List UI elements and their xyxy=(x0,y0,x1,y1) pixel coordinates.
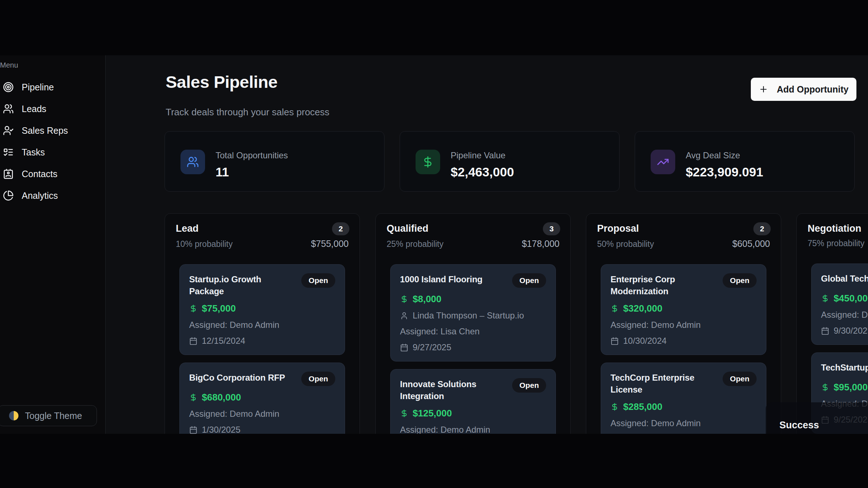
status-badge: Open xyxy=(512,273,546,288)
column-probability: 50% probability xyxy=(597,239,654,249)
sidebar: Menu PipelineLeadsSales RepsTasksContact… xyxy=(0,55,106,434)
toast-title: Success xyxy=(779,420,819,431)
column-count-badge: 2 xyxy=(332,222,349,235)
sidebar-item-contacts[interactable]: Contacts xyxy=(0,163,105,185)
dollar-icon xyxy=(610,403,619,411)
status-badge: Open xyxy=(723,372,757,386)
sidebar-item-tasks[interactable]: Tasks xyxy=(0,141,105,163)
dollar-icon xyxy=(189,393,197,402)
opportunity-date: 12/15/2024 xyxy=(202,336,245,346)
column-header: Negotiation 75% probability xyxy=(797,214,868,248)
app-window: Menu PipelineLeadsSales RepsTasksContact… xyxy=(0,55,868,434)
sidebar-menu-label: Menu xyxy=(0,61,18,69)
list-todo-icon xyxy=(3,147,14,158)
opportunity-contact: Linda Thompson – Startup.io xyxy=(413,311,524,321)
opportunity-card[interactable]: BigCo Corporation RFP Open $680,000Assig… xyxy=(179,363,345,434)
opportunity-value: $450,000 xyxy=(834,293,868,304)
add-opportunity-button[interactable]: Add Opportunity xyxy=(751,78,856,101)
status-badge: Open xyxy=(723,273,757,288)
opportunity-assigned: Assigned: Demo Admin xyxy=(400,425,490,434)
opportunity-value: $125,000 xyxy=(413,408,452,419)
column-cards: 1000 Island Flooring Open $8,000Linda Th… xyxy=(376,264,570,434)
sidebar-nav: PipelineLeadsSales RepsTasksContactsAnal… xyxy=(0,76,105,206)
column-count-badge: 3 xyxy=(543,222,560,235)
dollar-icon xyxy=(189,304,197,313)
opportunity-card[interactable]: Global Tech Solutions Open $450,000Assig… xyxy=(811,264,868,345)
trending-up-icon xyxy=(657,156,669,168)
stat-card-pipeline-value: Pipeline Value$2,463,000 xyxy=(400,131,620,192)
user-icon xyxy=(400,312,408,320)
sidebar-item-label: Analytics xyxy=(22,191,58,201)
opportunity-card[interactable]: 1000 Island Flooring Open $8,000Linda Th… xyxy=(390,264,556,361)
opportunity-value: $320,000 xyxy=(623,303,662,314)
opportunity-title: Enterprise Corp Modernization xyxy=(610,273,718,297)
column-total-value: $755,000 xyxy=(311,239,349,249)
opportunity-value: $75,000 xyxy=(202,303,236,314)
column-header: Qualified3 25% probability $178,000 xyxy=(376,214,570,249)
column-header: Proposal2 50% probability $605,000 xyxy=(586,214,781,249)
opportunity-date: 10/30/2024 xyxy=(623,336,667,346)
opportunity-value: $95,000 xyxy=(834,382,868,393)
pie-chart-icon xyxy=(3,190,14,201)
column-title: Negotiation xyxy=(808,223,868,234)
opportunity-date: 9/27/2025 xyxy=(413,342,451,352)
sidebar-item-leads[interactable]: Leads xyxy=(0,98,105,120)
status-badge: Open xyxy=(301,273,335,288)
stat-icon-tile xyxy=(651,150,675,174)
moon-icon xyxy=(9,411,18,420)
column-header: Lead2 10% probability $755,000 xyxy=(165,214,359,249)
sidebar-item-label: Contacts xyxy=(22,169,58,179)
stat-card-total-opportunities: Total Opportunities11 xyxy=(165,131,384,192)
opportunity-assigned: Assigned: Lisa Chen xyxy=(400,326,480,337)
sidebar-item-pipeline[interactable]: Pipeline xyxy=(0,76,105,98)
column-probability: 10% probability xyxy=(176,239,233,249)
opportunity-value: $680,000 xyxy=(202,392,241,403)
column-count-badge: 2 xyxy=(753,222,771,235)
sidebar-item-label: Leads xyxy=(22,104,46,114)
opportunity-assigned: Assigned: Demo Admin xyxy=(610,320,701,330)
opportunity-title: BigCo Corporation RFP xyxy=(189,372,285,384)
column-total-value: $605,000 xyxy=(732,239,770,249)
contact-icon xyxy=(3,168,14,179)
success-toast: Success xyxy=(766,402,868,434)
stat-label: Avg Deal Size xyxy=(686,150,740,160)
opportunity-assigned: Assigned: Demo Admin xyxy=(610,418,701,428)
column-cards: Enterprise Corp Modernization Open $320,… xyxy=(586,264,781,434)
column-lead: Lead2 10% probability $755,000 Startup.i… xyxy=(165,213,360,434)
opportunity-title: Innovate Solutions Integration xyxy=(400,378,507,402)
sidebar-item-sales-reps[interactable]: Sales Reps xyxy=(0,120,105,141)
stat-value: 11 xyxy=(216,165,229,179)
stat-label: Pipeline Value xyxy=(451,150,506,160)
add-opportunity-label: Add Opportunity xyxy=(777,84,849,95)
sidebar-item-label: Sales Reps xyxy=(22,125,68,136)
toggle-theme-button[interactable]: Toggle Theme xyxy=(0,405,97,426)
opportunity-title: Global Tech Solutions xyxy=(821,273,868,284)
opportunity-title: 1000 Island Flooring xyxy=(400,273,482,285)
stat-value: $2,463,000 xyxy=(451,165,514,179)
dollar-icon xyxy=(821,383,829,391)
calendar-icon xyxy=(400,343,408,352)
page-title: Sales Pipeline xyxy=(166,72,277,92)
column-probability: 75% probability xyxy=(808,239,864,248)
users-icon xyxy=(3,103,14,114)
sidebar-item-analytics[interactable]: Analytics xyxy=(0,185,105,206)
opportunity-card[interactable]: Startup.io Growth Package Open $75,000As… xyxy=(179,264,345,355)
toggle-theme-label: Toggle Theme xyxy=(25,411,82,421)
user-check-icon xyxy=(3,125,14,136)
dollar-icon xyxy=(610,304,619,313)
opportunity-title: TechCorp Enterprise License xyxy=(610,372,718,395)
column-probability: 25% probability xyxy=(387,239,443,249)
opportunity-card[interactable]: TechCorp Enterprise License Open $285,00… xyxy=(601,363,766,434)
opportunity-assigned: Assigned: Demo Admin xyxy=(189,409,279,419)
opportunity-card[interactable]: Enterprise Corp Modernization Open $320,… xyxy=(601,264,766,355)
opportunity-value: $8,000 xyxy=(413,294,442,305)
column-qualified: Qualified3 25% probability $178,000 1000… xyxy=(375,213,571,434)
opportunity-card[interactable]: Innovate Solutions Integration Open $125… xyxy=(390,369,556,434)
target-icon xyxy=(3,82,14,93)
column-title: Proposal xyxy=(597,223,770,234)
dollar-icon xyxy=(422,156,434,168)
calendar-icon xyxy=(189,426,197,434)
opportunity-date: 1/30/2025 xyxy=(202,425,241,434)
sidebar-item-label: Pipeline xyxy=(22,82,54,93)
stat-value: $223,909.091 xyxy=(686,165,763,179)
